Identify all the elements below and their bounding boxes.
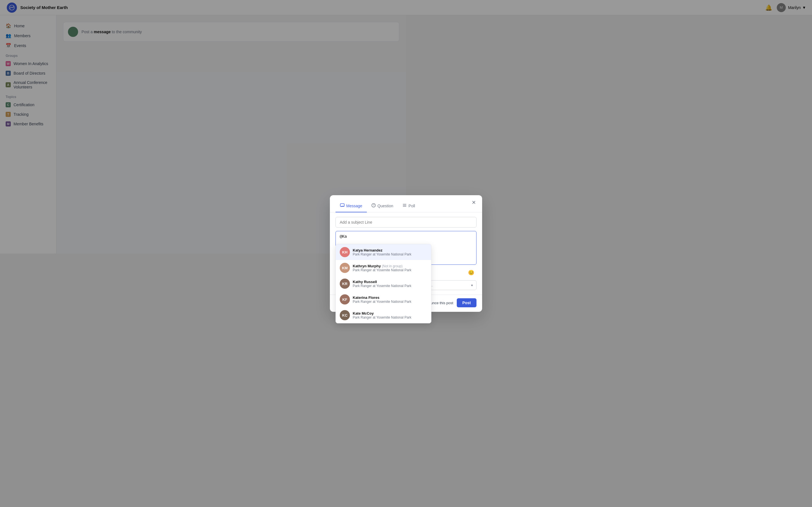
tab-poll[interactable]: Poll: [398, 200, 406, 212]
modal-body: @Ka KH Katya Hernandez Park Ranger at Yo…: [330, 212, 406, 253]
poll-tab-icon: [402, 203, 406, 209]
message-editor-wrapper: @Ka KH Katya Hernandez Park Ranger at Yo…: [336, 231, 406, 253]
message-tab-icon: [340, 203, 345, 209]
mention-avatar: KH: [340, 247, 350, 253]
modal-header: Message ? Question Poll ✕: [330, 195, 406, 212]
tab-question-label: Question: [377, 204, 393, 208]
tab-question[interactable]: ? Question: [367, 200, 398, 212]
subject-input[interactable]: [336, 217, 406, 228]
mention-dropdown: KH Katya Hernandez Park Ranger at Yosemi…: [336, 244, 406, 253]
mention-subtitle: Park Ranger at Yosemite National Park: [353, 252, 406, 254]
tab-message-label: Message: [346, 204, 362, 208]
tab-message[interactable]: Message: [336, 200, 367, 212]
mention-info: Katya Hernandez Park Ranger at Yosemite …: [353, 248, 406, 254]
modal-overlay[interactable]: Message ? Question Poll ✕: [0, 0, 406, 253]
modal: Message ? Question Poll ✕: [330, 195, 406, 253]
mention-name: Katya Hernandez: [353, 248, 406, 252]
mention-item-katya[interactable]: KH Katya Hernandez Park Ranger at Yosemi…: [336, 244, 406, 253]
modal-tabs: Message ? Question Poll: [336, 200, 406, 212]
svg-text:?: ?: [373, 204, 374, 207]
question-tab-icon: ?: [371, 203, 376, 209]
